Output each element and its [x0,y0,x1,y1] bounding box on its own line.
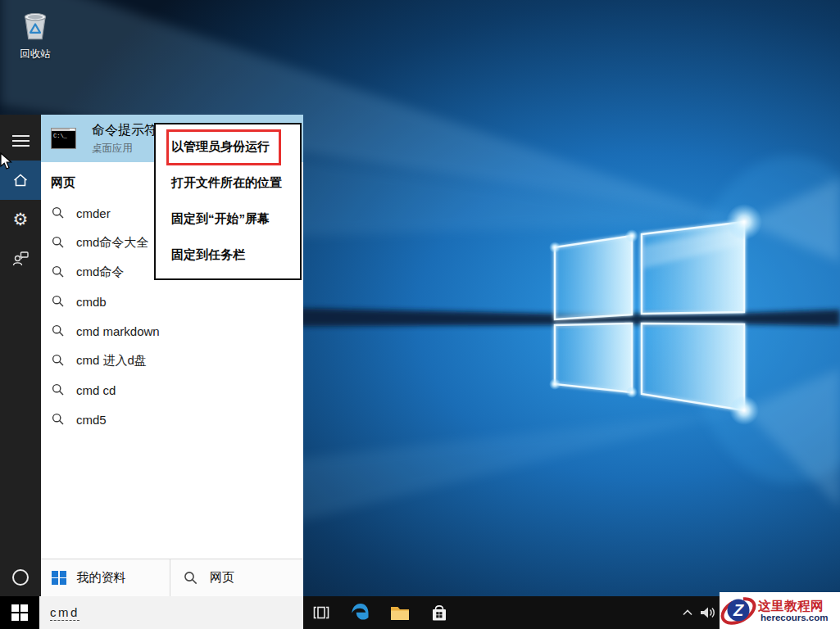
recycle-bin-label: 回收站 [11,48,59,61]
search-suggestion[interactable]: cmd cd [41,375,303,405]
edge-icon [349,601,372,624]
context-menu-item-run-as-admin[interactable]: 以管理员身份运行 [156,129,300,165]
task-view-icon [311,602,332,623]
watermark: Z 这里教程网 herecours.com [720,592,840,629]
watermark-site-name: 这里教程网 [758,599,828,613]
search-suggestion[interactable]: cmd5 [41,405,303,434]
file-explorer-icon [388,601,411,624]
context-menu-item-open-file-location[interactable]: 打开文件所在的位置 [156,165,300,201]
recycle-bin-icon [17,7,53,43]
gear-icon: ⚙ [13,211,29,229]
search-icon [51,412,66,427]
windows-logo-icon [52,571,66,586]
search-icon [51,294,66,309]
web-section-header: 网页 [51,175,75,191]
search-suggestion[interactable]: cmdb [41,287,303,316]
context-menu-item-pin-to-taskbar[interactable]: 固定到任务栏 [156,237,300,273]
hamburger-menu-button[interactable] [0,121,41,161]
search-icon [51,235,66,250]
sidebar-settings-button[interactable]: ⚙ [0,200,41,239]
search-footer: 我的资料 网页 [41,559,303,596]
search-icon [51,265,66,279]
search-icon [51,353,66,368]
task-view-button[interactable] [302,596,341,629]
search-icon [51,324,66,338]
store-icon [429,601,450,624]
feedback-icon [11,249,30,269]
top-result-title: 命令提示符 [92,122,157,139]
search-query-text: cmd [50,605,79,621]
windows-logo-icon [11,604,28,621]
start-sidebar: ⚙ [0,115,41,596]
context-menu: 以管理员身份运行 打开文件所在的位置 固定到“开始”屏幕 固定到任务栏 [154,123,302,280]
tray-show-hidden-icons-button[interactable] [677,596,698,629]
svg-text:Z: Z [733,601,744,619]
sidebar-home-button[interactable] [0,161,41,200]
speaker-icon [698,604,716,621]
windows-desktop: 回收站 [0,0,840,629]
cortana-button[interactable] [0,561,41,594]
edge-browser-button[interactable] [341,596,380,629]
command-prompt-icon: C:\_ [51,128,76,149]
search-web-button[interactable]: 网页 [170,559,303,596]
volume-button[interactable] [697,596,718,629]
watermark-logo-icon: Z [720,593,757,629]
chevron-up-icon [679,604,696,621]
recycle-bin[interactable]: 回收站 [11,7,59,61]
search-input[interactable]: cmd [39,596,303,629]
hamburger-icon [12,132,30,150]
search-icon [51,382,66,397]
context-menu-item-pin-to-start[interactable]: 固定到“开始”屏幕 [156,201,300,237]
search-row: cmd [0,596,303,629]
search-suggestion[interactable]: cmd 进入d盘 [41,346,303,375]
my-stuff-button[interactable]: 我的资料 [41,559,170,596]
store-button[interactable] [420,596,459,629]
cortana-circle-icon [12,569,29,586]
search-suggestion[interactable]: cmd markdown [41,316,303,346]
file-explorer-button[interactable] [380,596,420,629]
sidebar-feedback-button[interactable] [0,239,41,278]
search-icon [183,570,199,586]
search-icon [51,206,66,220]
top-result-subtitle: 桌面应用 [92,142,157,156]
home-icon [11,170,30,190]
start-button[interactable] [0,596,39,629]
watermark-site-url: herecours.com [761,613,828,622]
